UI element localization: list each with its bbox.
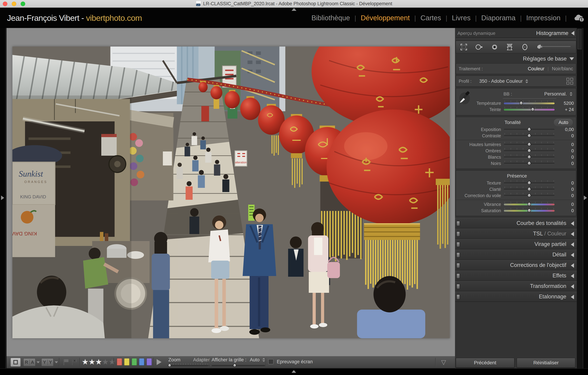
slider-track[interactable] xyxy=(504,126,555,132)
panel-header[interactable]: Courbe des tonalités xyxy=(455,218,577,228)
slider-value[interactable]: + 24 xyxy=(555,107,576,112)
histogram-panel-header[interactable]: Histogramme xyxy=(536,30,574,36)
panel-toggle-switch[interactable] xyxy=(456,284,460,289)
module-tab[interactable]: Développement xyxy=(361,14,420,22)
module-tab[interactable]: Diaporama xyxy=(481,14,526,22)
profile-browser-icon[interactable] xyxy=(567,78,573,84)
loupe-view-button[interactable] xyxy=(10,358,21,367)
wb-preset-select[interactable]: Personnal. xyxy=(544,91,572,97)
adjustment-brush-tool-icon[interactable] xyxy=(536,42,572,52)
radial-filter-tool-icon[interactable] xyxy=(521,42,529,52)
reject-flag-icon[interactable] xyxy=(71,358,78,367)
panel-header[interactable]: Etalonnage xyxy=(455,291,577,302)
survey-view-button[interactable]: YY xyxy=(41,358,53,366)
compare-dropdown-icon[interactable] xyxy=(37,361,40,363)
panel-header[interactable]: Effets xyxy=(455,270,577,281)
slider-track[interactable] xyxy=(504,186,555,193)
zoom-label[interactable]: Zoom xyxy=(168,357,180,362)
soft-proof-checkbox[interactable] xyxy=(268,359,273,364)
panel-header[interactable]: Détail xyxy=(455,249,577,260)
right-panel-scrollbar[interactable] xyxy=(577,28,583,368)
compare-view-button[interactable]: RA xyxy=(23,358,35,366)
star-rating-icon[interactable]: ★ xyxy=(95,357,101,366)
slider-track[interactable] xyxy=(504,106,555,113)
slider-value[interactable]: 0 xyxy=(555,148,576,153)
photo-preview[interactable]: alteration xyxy=(12,47,450,338)
wb-eyedropper-icon[interactable] xyxy=(458,90,471,106)
histogram-collapsed-strip[interactable] xyxy=(456,38,576,39)
slider-track[interactable] xyxy=(504,100,555,106)
slider-track[interactable] xyxy=(504,160,555,166)
panel-toggle-switch[interactable] xyxy=(456,231,460,237)
color-label-chip[interactable] xyxy=(132,358,137,365)
zoom-slider[interactable] xyxy=(168,365,210,367)
star-rating-icon[interactable]: ★ xyxy=(88,357,94,366)
slider-value[interactable]: 0 xyxy=(555,154,576,160)
slider-value[interactable]: 0 xyxy=(555,180,576,186)
smart-preview-status[interactable]: Aperçu dynamique xyxy=(457,30,495,36)
slider-value[interactable]: 0 xyxy=(555,202,576,207)
toolbar-options-icon[interactable]: ▽ xyxy=(441,359,446,366)
treatment-color-option[interactable]: Couleur xyxy=(528,66,545,71)
slider-track[interactable] xyxy=(504,148,555,154)
slider-track[interactable] xyxy=(504,180,555,186)
cloud-sync-icon[interactable] xyxy=(572,13,586,22)
color-label-bar[interactable] xyxy=(117,358,153,366)
color-label-chip[interactable] xyxy=(117,358,122,365)
slider-value[interactable]: 5200 xyxy=(555,101,576,106)
color-label-chip[interactable] xyxy=(139,358,144,365)
slider-value[interactable]: 0 xyxy=(555,133,576,139)
traffic-light-button[interactable] xyxy=(12,1,16,6)
panel-header[interactable]: Transformation xyxy=(455,281,577,291)
scrollbar-thumb[interactable] xyxy=(578,29,582,49)
grid-slider[interactable] xyxy=(211,365,265,367)
grid-mode-select[interactable]: Auto xyxy=(250,357,265,363)
previous-button[interactable]: Précédent xyxy=(456,358,514,368)
slider-value[interactable]: 0 xyxy=(555,142,576,147)
slider-value[interactable]: 0 xyxy=(555,208,576,213)
star-rating-icon[interactable]: ★ xyxy=(82,357,88,366)
module-tab[interactable]: Impression xyxy=(526,14,571,22)
slider-track[interactable] xyxy=(504,193,555,199)
slider-value[interactable]: 0 xyxy=(555,161,576,166)
pick-flag-icon[interactable] xyxy=(62,358,70,367)
graduated-filter-tool-icon[interactable] xyxy=(505,42,514,52)
play-slideshow-icon[interactable] xyxy=(157,359,161,365)
slider-track[interactable] xyxy=(504,154,555,160)
profile-stepper-icon[interactable] xyxy=(525,79,528,83)
color-label-chip[interactable] xyxy=(147,358,152,365)
traffic-light-button[interactable] xyxy=(3,1,7,6)
panel-toggle-switch[interactable] xyxy=(456,273,460,279)
slider-value[interactable]: 0 xyxy=(555,187,576,192)
slider-track[interactable] xyxy=(504,207,555,214)
panel-toggle-switch[interactable] xyxy=(456,242,460,247)
star-rating-bar[interactable]: ★ ★ ★ ★ ★ xyxy=(82,357,115,366)
panel-header[interactable]: Virage partiel xyxy=(455,239,577,249)
panel-toggle-switch[interactable] xyxy=(456,294,460,300)
auto-tone-button[interactable]: Auto xyxy=(554,119,573,126)
panel-toggle-switch[interactable] xyxy=(456,252,460,258)
slider-value[interactable]: 0,00 xyxy=(555,127,576,132)
slider-track[interactable] xyxy=(504,141,555,148)
top-panel-collapse-arrow-icon[interactable] xyxy=(292,8,296,11)
profile-value[interactable]: 350 - Adobe Couleur xyxy=(479,79,523,84)
slider-track[interactable] xyxy=(504,201,555,207)
panel-header[interactable]: Corrections de l'objectif xyxy=(455,260,577,270)
star-rating-icon[interactable]: ★ xyxy=(102,357,108,366)
fit-label[interactable]: Adapter xyxy=(193,357,210,363)
grid-slider-thumb[interactable] xyxy=(232,363,237,367)
panel-toggle-switch[interactable] xyxy=(456,263,460,268)
module-tab[interactable]: Livres xyxy=(452,14,481,22)
panel-toggle-switch[interactable] xyxy=(456,221,460,226)
identity-plate[interactable]: Jean-François Vibert - vibertphoto.com xyxy=(7,13,142,23)
spot-removal-tool-icon[interactable] xyxy=(475,42,483,52)
slider-track[interactable] xyxy=(504,132,555,139)
right-panel-collapse-arrow-icon[interactable] xyxy=(584,195,587,200)
color-label-chip[interactable] xyxy=(124,358,129,365)
basic-panel-header[interactable]: Réglages de base xyxy=(455,56,577,62)
module-tab[interactable]: Cartes xyxy=(420,14,452,22)
reset-button[interactable]: Réinitialiser xyxy=(517,358,575,368)
panel-header[interactable]: TSL / Couleur xyxy=(455,228,577,239)
survey-dropdown-icon[interactable] xyxy=(55,361,58,363)
module-tab[interactable]: Bibliothèque xyxy=(312,14,361,22)
